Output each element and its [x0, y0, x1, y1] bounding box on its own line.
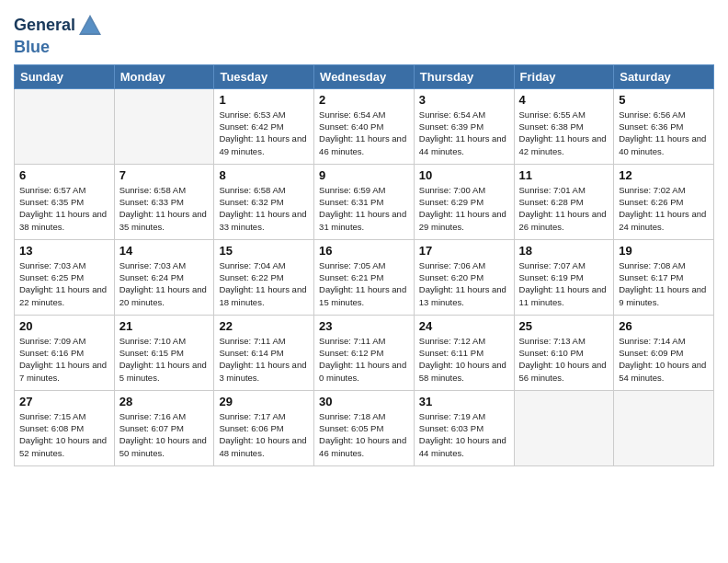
day-info: Sunrise: 7:05 AM Sunset: 6:21 PM Dayligh… [319, 259, 409, 308]
calendar-day-cell: 21Sunrise: 7:10 AM Sunset: 6:15 PM Dayli… [114, 315, 214, 390]
calendar-week-row: 6Sunrise: 6:57 AM Sunset: 6:35 PM Daylig… [15, 164, 714, 239]
day-number: 19 [619, 244, 709, 258]
day-number: 27 [19, 395, 109, 408]
day-info: Sunrise: 7:04 AM Sunset: 6:22 PM Dayligh… [219, 259, 309, 308]
day-info: Sunrise: 7:10 AM Sunset: 6:15 PM Dayligh… [119, 335, 210, 384]
calendar-day-cell: 16Sunrise: 7:05 AM Sunset: 6:21 PM Dayli… [314, 239, 415, 315]
calendar-day-cell: 30Sunrise: 7:18 AM Sunset: 6:05 PM Dayli… [314, 390, 415, 465]
day-number: 3 [419, 93, 509, 107]
day-info: Sunrise: 7:03 AM Sunset: 6:25 PM Dayligh… [19, 259, 109, 308]
day-number: 16 [319, 244, 409, 258]
calendar-week-row: 20Sunrise: 7:09 AM Sunset: 6:16 PM Dayli… [15, 315, 714, 390]
day-info: Sunrise: 6:59 AM Sunset: 6:31 PM Dayligh… [319, 184, 409, 233]
day-info: Sunrise: 7:12 AM Sunset: 6:11 PM Dayligh… [419, 335, 509, 384]
calendar-day-cell: 31Sunrise: 7:19 AM Sunset: 6:03 PM Dayli… [414, 390, 514, 465]
calendar-day-cell: 1Sunrise: 6:53 AM Sunset: 6:42 PM Daylig… [214, 88, 314, 164]
day-number: 14 [119, 244, 210, 258]
calendar-day-cell: 25Sunrise: 7:13 AM Sunset: 6:10 PM Dayli… [514, 315, 614, 390]
calendar-week-row: 27Sunrise: 7:15 AM Sunset: 6:08 PM Dayli… [15, 390, 714, 465]
day-info: Sunrise: 7:14 AM Sunset: 6:09 PM Dayligh… [619, 335, 709, 384]
day-number: 24 [419, 319, 509, 333]
calendar-day-cell: 28Sunrise: 7:16 AM Sunset: 6:07 PM Dayli… [114, 390, 214, 465]
day-info: Sunrise: 7:16 AM Sunset: 6:07 PM Dayligh… [119, 410, 210, 459]
calendar-header-row: SundayMondayTuesdayWednesdayThursdayFrid… [15, 64, 714, 88]
calendar-day-cell: 3Sunrise: 6:54 AM Sunset: 6:39 PM Daylig… [414, 88, 514, 164]
calendar-day-cell: 2Sunrise: 6:54 AM Sunset: 6:40 PM Daylig… [314, 88, 415, 164]
calendar-day-cell: 6Sunrise: 6:57 AM Sunset: 6:35 PM Daylig… [15, 164, 115, 239]
day-number: 17 [419, 244, 509, 258]
calendar-week-row: 1Sunrise: 6:53 AM Sunset: 6:42 PM Daylig… [15, 88, 714, 164]
day-info: Sunrise: 7:11 AM Sunset: 6:12 PM Dayligh… [319, 335, 409, 384]
day-number: 22 [219, 319, 309, 333]
day-info: Sunrise: 7:19 AM Sunset: 6:03 PM Dayligh… [419, 410, 509, 459]
day-number: 15 [219, 244, 309, 258]
calendar-day-cell: 19Sunrise: 7:08 AM Sunset: 6:17 PM Dayli… [614, 239, 714, 315]
svg-marker-1 [81, 18, 99, 33]
calendar-day-cell [114, 88, 214, 164]
page-container: General Blue SundayMondayTuesdayWednesda… [0, 0, 728, 563]
day-number: 1 [219, 93, 309, 107]
calendar-day-cell: 26Sunrise: 7:14 AM Sunset: 6:09 PM Dayli… [614, 315, 714, 390]
day-number: 25 [519, 319, 609, 333]
day-number: 9 [319, 168, 409, 182]
calendar-day-cell: 5Sunrise: 6:56 AM Sunset: 6:36 PM Daylig… [614, 88, 714, 164]
day-info: Sunrise: 6:58 AM Sunset: 6:33 PM Dayligh… [119, 184, 210, 233]
calendar-day-cell [514, 390, 614, 465]
day-number: 26 [619, 319, 709, 333]
calendar-day-cell: 18Sunrise: 7:07 AM Sunset: 6:19 PM Dayli… [514, 239, 614, 315]
day-info: Sunrise: 7:03 AM Sunset: 6:24 PM Dayligh… [119, 259, 210, 308]
day-number: 18 [519, 244, 609, 258]
calendar-table: SundayMondayTuesdayWednesdayThursdayFrid… [14, 64, 714, 466]
weekday-header: Sunday [15, 64, 115, 88]
day-info: Sunrise: 7:18 AM Sunset: 6:05 PM Dayligh… [319, 410, 409, 459]
weekday-header: Tuesday [214, 64, 314, 88]
day-info: Sunrise: 6:58 AM Sunset: 6:32 PM Dayligh… [219, 184, 309, 233]
calendar-day-cell: 7Sunrise: 6:58 AM Sunset: 6:33 PM Daylig… [114, 164, 214, 239]
weekday-header: Monday [114, 64, 214, 88]
day-info: Sunrise: 6:54 AM Sunset: 6:39 PM Dayligh… [419, 109, 509, 157]
day-info: Sunrise: 7:17 AM Sunset: 6:06 PM Dayligh… [219, 410, 309, 459]
calendar-day-cell [614, 390, 714, 465]
day-number: 31 [419, 395, 509, 408]
calendar-day-cell: 8Sunrise: 6:58 AM Sunset: 6:32 PM Daylig… [214, 164, 314, 239]
day-number: 23 [319, 319, 409, 333]
day-number: 20 [19, 319, 109, 333]
day-info: Sunrise: 7:13 AM Sunset: 6:10 PM Dayligh… [519, 335, 609, 384]
calendar-day-cell: 20Sunrise: 7:09 AM Sunset: 6:16 PM Dayli… [15, 315, 115, 390]
day-number: 28 [119, 395, 210, 408]
day-info: Sunrise: 7:00 AM Sunset: 6:29 PM Dayligh… [419, 184, 509, 233]
day-number: 6 [19, 168, 109, 182]
day-number: 29 [219, 395, 309, 408]
day-number: 13 [19, 244, 109, 258]
weekday-header: Saturday [614, 64, 714, 88]
day-info: Sunrise: 7:09 AM Sunset: 6:16 PM Dayligh… [19, 335, 109, 384]
day-info: Sunrise: 7:07 AM Sunset: 6:19 PM Dayligh… [519, 259, 609, 308]
logo-text-blue: Blue [14, 39, 103, 57]
calendar-day-cell: 17Sunrise: 7:06 AM Sunset: 6:20 PM Dayli… [414, 239, 514, 315]
day-number: 30 [319, 395, 409, 408]
day-info: Sunrise: 6:53 AM Sunset: 6:42 PM Dayligh… [219, 109, 309, 157]
logo-icon [77, 13, 103, 39]
calendar-day-cell: 13Sunrise: 7:03 AM Sunset: 6:25 PM Dayli… [15, 239, 115, 315]
day-info: Sunrise: 6:56 AM Sunset: 6:36 PM Dayligh… [619, 109, 709, 157]
calendar-day-cell: 11Sunrise: 7:01 AM Sunset: 6:28 PM Dayli… [514, 164, 614, 239]
day-number: 21 [119, 319, 210, 333]
calendar-day-cell: 23Sunrise: 7:11 AM Sunset: 6:12 PM Dayli… [314, 315, 415, 390]
calendar-day-cell: 4Sunrise: 6:55 AM Sunset: 6:38 PM Daylig… [514, 88, 614, 164]
calendar-week-row: 13Sunrise: 7:03 AM Sunset: 6:25 PM Dayli… [15, 239, 714, 315]
weekday-header: Wednesday [314, 64, 415, 88]
calendar-day-cell [15, 88, 115, 164]
day-number: 2 [319, 93, 409, 107]
calendar-day-cell: 14Sunrise: 7:03 AM Sunset: 6:24 PM Dayli… [114, 239, 214, 315]
calendar-day-cell: 27Sunrise: 7:15 AM Sunset: 6:08 PM Dayli… [15, 390, 115, 465]
day-number: 7 [119, 168, 210, 182]
day-number: 5 [619, 93, 709, 107]
calendar-day-cell: 15Sunrise: 7:04 AM Sunset: 6:22 PM Dayli… [214, 239, 314, 315]
day-info: Sunrise: 6:55 AM Sunset: 6:38 PM Dayligh… [519, 109, 609, 157]
day-info: Sunrise: 7:15 AM Sunset: 6:08 PM Dayligh… [19, 410, 109, 459]
calendar-day-cell: 29Sunrise: 7:17 AM Sunset: 6:06 PM Dayli… [214, 390, 314, 465]
header: General Blue [14, 9, 714, 57]
day-info: Sunrise: 7:06 AM Sunset: 6:20 PM Dayligh… [419, 259, 509, 308]
weekday-header: Thursday [414, 64, 514, 88]
day-number: 4 [519, 93, 609, 107]
